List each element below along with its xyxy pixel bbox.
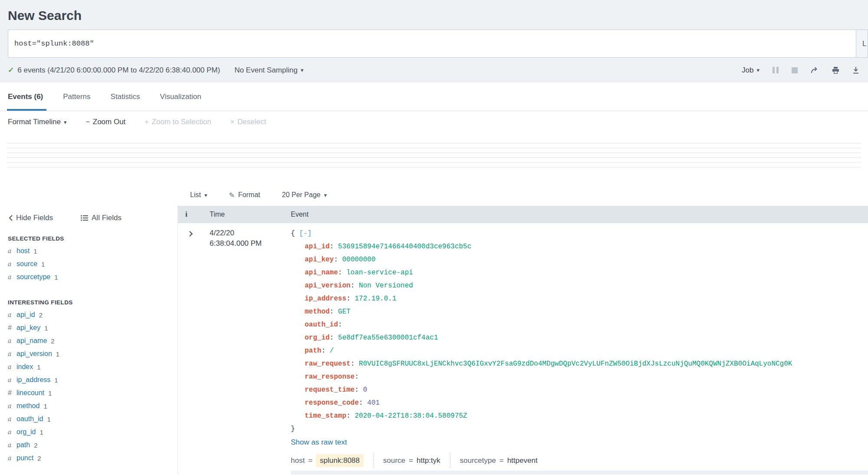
json-field-line-org_id: org_id: 5e8df7ea55e6300001cf4ac1	[291, 331, 868, 344]
event-footer-field-source: source=http:tyk	[383, 456, 441, 465]
footer-field-value[interactable]: http:tyk	[417, 456, 441, 465]
field-item-api_version[interactable]: aapi_version1	[0, 347, 178, 360]
field-item-path[interactable]: apath2	[0, 439, 178, 452]
field-item-host[interactable]: ahost1	[0, 244, 178, 257]
format-results-button[interactable]: ✎ Format	[229, 191, 260, 199]
field-item-index[interactable]: aindex1	[0, 360, 178, 373]
stop-icon	[792, 67, 798, 73]
footer-field-value[interactable]: httpevent	[507, 456, 538, 465]
field-name[interactable]: org_id	[16, 428, 36, 436]
dotted-separator	[373, 453, 374, 468]
field-item-sourcetype[interactable]: asourcetype1	[0, 270, 178, 284]
stop-button[interactable]	[792, 67, 798, 73]
job-menu-button[interactable]: Job ▾	[742, 66, 760, 75]
field-item-ip_address[interactable]: aip_address1	[0, 373, 178, 386]
tab-statistics[interactable]: Statistics	[111, 82, 140, 111]
field-item-api_id[interactable]: aapi_id2	[0, 308, 178, 321]
per-page-dropdown[interactable]: 20 Per Page ▾	[282, 191, 327, 199]
share-button[interactable]	[811, 67, 819, 73]
zoom-to-selection-button[interactable]: + Zoom to Selection	[145, 118, 211, 126]
list-view-dropdown[interactable]: List ▾	[190, 191, 207, 199]
field-name[interactable]: oauth_id	[16, 415, 43, 423]
json-key: response_code	[305, 399, 359, 407]
list-icon	[81, 215, 88, 221]
tab-patterns[interactable]: Patterns	[63, 82, 90, 111]
deselect-button[interactable]: × Deselect	[230, 118, 266, 126]
format-timeline-dropdown[interactable]: Format Timeline ▾	[8, 118, 66, 126]
fields-sidebar: Hide Fields All Fields SELECTED FIELDS a…	[0, 206, 178, 475]
show-raw-text-link[interactable]: Show as raw text	[291, 438, 347, 447]
print-button[interactable]	[832, 67, 839, 74]
tab-visualization[interactable]: Visualization	[160, 82, 201, 111]
field-name[interactable]: api_id	[16, 311, 35, 319]
tab-events-label: Events (6)	[8, 92, 43, 101]
field-item-api_name[interactable]: aapi_name2	[0, 334, 178, 347]
field-value-count: 1	[54, 376, 58, 384]
search-bar: L	[8, 30, 868, 58]
json-key: raw_request	[305, 360, 351, 368]
search-input[interactable]	[8, 30, 856, 58]
json-key: oauth_id	[305, 321, 338, 329]
field-name[interactable]: method	[16, 402, 39, 410]
field-item-punct[interactable]: apunct2	[0, 452, 178, 465]
json-field-line-raw_request: raw_request: R0VUIC8gSFRUUC8xLjENCkhvc3Q…	[291, 357, 868, 370]
caret-down-icon: ▾	[756, 67, 760, 73]
field-item-api_key[interactable]: #api_key1	[0, 321, 178, 334]
field-name[interactable]: api_version	[16, 350, 52, 358]
page-title: New Search	[8, 7, 868, 24]
fields-sidebar-header: Hide Fields All Fields	[0, 214, 130, 222]
numeric-field-icon: #	[8, 389, 16, 397]
json-collapse-toggle[interactable]: [-]	[299, 230, 312, 238]
field-name[interactable]: api_name	[16, 337, 47, 345]
time-range-picker-button[interactable]: L	[856, 30, 868, 58]
field-item-oauth_id[interactable]: aoauth_id1	[0, 412, 178, 426]
json-value: 172.19.0.1	[355, 295, 396, 303]
json-value: 5e8df7ea55e6300001cf4ac1	[338, 334, 438, 342]
export-button[interactable]	[852, 66, 859, 74]
json-field-line-path: path: /	[291, 344, 868, 357]
tab-events[interactable]: Events (6)	[8, 82, 43, 111]
field-name[interactable]: punct	[16, 454, 33, 462]
field-item-method[interactable]: amethod1	[0, 399, 178, 412]
pause-button[interactable]	[773, 67, 779, 73]
string-field-icon: a	[8, 454, 16, 462]
json-key: time_stamp	[305, 412, 346, 420]
json-field-line-request_time: request_time: 0	[291, 383, 868, 396]
field-name[interactable]: host	[16, 247, 30, 255]
json-key: org_id	[305, 334, 330, 342]
field-name[interactable]: index	[16, 363, 33, 371]
json-field-line-oauth_id: oauth_id:	[291, 318, 868, 331]
events-table-header: i Time Event	[178, 206, 868, 223]
time-column-header: Time	[210, 211, 291, 218]
footer-field-label: source	[383, 456, 405, 465]
hide-fields-button[interactable]: Hide Fields	[9, 214, 53, 222]
expand-event-button[interactable]	[178, 227, 210, 475]
timeline-controls: Format Timeline ▾ − Zoom Out + Zoom to S…	[0, 111, 868, 133]
field-item-org_id[interactable]: aorg_id1	[0, 426, 178, 439]
share-icon	[811, 67, 819, 73]
all-fields-button[interactable]: All Fields	[81, 214, 122, 222]
job-label: Job	[742, 66, 753, 75]
footer-field-label: sourcetype	[460, 456, 496, 465]
field-name[interactable]: ip_address	[16, 376, 50, 384]
field-name[interactable]: api_key	[16, 324, 40, 332]
json-value: R0VUIC8gSFRUUC8xLjENCkhvc3Q6IGxvY2FsaG9z…	[359, 360, 792, 368]
event-time: 6:38:04.000 PM	[210, 238, 291, 249]
zoom-out-button[interactable]: − Zoom Out	[85, 118, 125, 126]
field-item-linecount[interactable]: #linecount1	[0, 386, 178, 399]
json-field-line-api_key: api_key: 00000000	[291, 253, 868, 266]
event-footer-field-sourcetype: sourcetype=httpevent	[460, 456, 538, 465]
events-panel: i Time Event 4/22/20 6:38:04.000 PM { [-…	[178, 206, 868, 475]
field-item-source[interactable]: asource1	[0, 257, 178, 270]
timeline-histogram[interactable]	[7, 139, 861, 168]
list-view-label: List	[190, 191, 201, 199]
tab-visualization-label: Visualization	[160, 92, 201, 101]
field-value-count: 1	[43, 402, 47, 410]
field-name[interactable]: linecount	[16, 389, 44, 397]
event-sampling-dropdown[interactable]: No Event Sampling ▾	[234, 66, 303, 75]
field-name[interactable]: path	[16, 441, 30, 449]
next-row-strip	[291, 471, 868, 475]
field-name[interactable]: sourcetype	[16, 273, 50, 281]
footer-field-value[interactable]: splunk:8088	[316, 454, 364, 467]
field-name[interactable]: source	[16, 260, 37, 268]
